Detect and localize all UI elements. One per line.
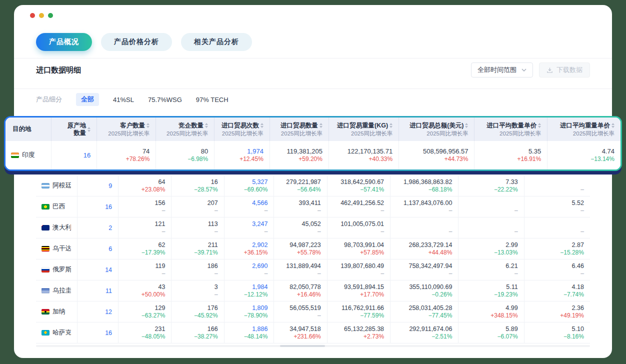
segment-option-757wsg[interactable]: 75.7%WSG bbox=[148, 96, 182, 104]
column-title: 进口贸易数量 bbox=[280, 122, 318, 130]
trade-count-link[interactable]: 4,566 bbox=[252, 199, 268, 207]
growth-value: – bbox=[580, 228, 584, 236]
table-row[interactable]: 阿根廷964+23.08%16−28.57%5,327−69.60%279,22… bbox=[36, 176, 590, 196]
growth-value: −38.27% bbox=[194, 333, 218, 340]
column-header-trade_weight[interactable]: 进口贸易重量(KG)2025同比增长率 bbox=[329, 118, 399, 141]
sort-asc-arrow bbox=[260, 123, 264, 125]
product-segment-filter: 产品细分 全部 41%SL 75.7%WSG 97% TECH bbox=[36, 89, 590, 110]
destination-cell: 俄罗斯 bbox=[36, 260, 78, 280]
metric-value: 166 bbox=[208, 325, 218, 333]
column-header-trade_quantity[interactable]: 进口贸易数量2025同比增长率 bbox=[270, 118, 329, 141]
column-title: 进口平均重量单价 bbox=[560, 122, 610, 130]
metric-value: 131,889,494 bbox=[286, 262, 321, 270]
table-row[interactable]: 哈萨克斯坦16231−48.05%166−38.27%1,886−48.14%3… bbox=[36, 322, 590, 344]
avg_weight_price-cell: – bbox=[524, 176, 590, 196]
origin-count-link[interactable]: 16 bbox=[84, 152, 90, 160]
metric-value: 122,170,135.71 bbox=[348, 148, 392, 156]
column-title-line: 进口贸易次数 bbox=[222, 122, 264, 130]
metric-value: 119 bbox=[156, 262, 166, 270]
origin-count-link[interactable]: 16 bbox=[105, 329, 112, 337]
growth-value: +17.70% bbox=[360, 291, 384, 298]
avg_weight_price-cell: 2.36+49.19% bbox=[524, 302, 590, 322]
sort-asc-arrow bbox=[88, 127, 90, 129]
customer_count-cell: 74+78.26% bbox=[97, 141, 156, 170]
segment-option-97tech[interactable]: 97% TECH bbox=[196, 96, 228, 104]
growth-value: – bbox=[514, 270, 518, 278]
country-name: 俄罗斯 bbox=[52, 266, 71, 274]
sort-desc-arrow bbox=[205, 126, 208, 128]
metric-value: 94,987,223 bbox=[290, 241, 321, 249]
growth-value: −45.92% bbox=[194, 312, 218, 320]
trade_quantity-cell: 131,889,494– bbox=[274, 260, 327, 280]
metric-value: 16 bbox=[211, 178, 218, 186]
column-header-avg_weight_price[interactable]: 进口平均重量单价2025同比增长率 bbox=[548, 118, 620, 141]
window-controls bbox=[30, 13, 53, 18]
country-flag-kazakhstan bbox=[42, 330, 50, 336]
trade-count-link[interactable]: 5,327 bbox=[252, 178, 268, 186]
country-name: 哈萨克斯坦 bbox=[52, 328, 71, 337]
trade-count-link[interactable]: 3,247 bbox=[252, 220, 268, 228]
growth-value: −56.64% bbox=[297, 186, 321, 194]
growth-value: +50.00% bbox=[142, 291, 166, 298]
origin-count-link[interactable]: 16 bbox=[105, 203, 112, 211]
tab-product-overview[interactable]: 产品概况 bbox=[36, 33, 92, 51]
table-row[interactable]: 乌干达662−17.39%211−39.71%2,902+36.15%94,98… bbox=[36, 238, 590, 260]
table-row[interactable]: 澳大利亚2121–113–3,247–45,052–101,005,075.01… bbox=[36, 218, 590, 238]
segment-option-41sl[interactable]: 41%SL bbox=[113, 96, 134, 104]
trade-count-link[interactable]: 1,984 bbox=[252, 283, 268, 291]
sort-asc-arrow bbox=[538, 123, 541, 125]
table-row[interactable]: 乌拉圭1143+50.00%3–1,984−12.12%82,050,778+1… bbox=[36, 280, 590, 302]
metric-value: 5.10 bbox=[572, 325, 584, 333]
zoom-window-button[interactable] bbox=[48, 13, 53, 18]
column-sub-label: 2025同比增长率 bbox=[573, 130, 614, 137]
origin-count-link[interactable]: 11 bbox=[106, 287, 112, 295]
table-row-highlighted[interactable]: 印度1674+78.26%80−6.98%1,974+12.45%119,381… bbox=[6, 141, 620, 170]
origin-count-link[interactable]: 9 bbox=[108, 182, 112, 190]
avg_quantity_price-cell: 5.89−6.07% bbox=[458, 322, 524, 343]
column-header-origin_count[interactable]: 原产地数量 bbox=[52, 118, 97, 141]
growth-value: −13.14% bbox=[590, 156, 614, 163]
column-header-trade_count[interactable]: 进口贸易次数2025同比增长率 bbox=[214, 118, 270, 141]
growth-value: −63.27% bbox=[142, 312, 166, 320]
origin-count-link[interactable]: 6 bbox=[108, 245, 112, 253]
trade-count-link[interactable]: 1,974 bbox=[247, 148, 264, 156]
column-header-customer_count[interactable]: 客户数量2025同比增长率 bbox=[97, 118, 156, 141]
column-sub-label: 2025同比增长率 bbox=[281, 130, 322, 137]
metric-value: 45,052 bbox=[302, 220, 321, 228]
segment-option-all[interactable]: 全部 bbox=[76, 93, 99, 106]
competitor_count-cell: 166−38.27% bbox=[172, 322, 224, 343]
tab-related-product-analysis[interactable]: 相关产品分析 bbox=[181, 33, 252, 51]
table-row[interactable]: 俄罗斯14119–186–2,690–131,889,494–139,807,6… bbox=[36, 260, 590, 280]
trade-count-link[interactable]: 1,809 bbox=[252, 304, 268, 312]
trade-count-link[interactable]: 2,690 bbox=[252, 262, 268, 270]
column-sub-label: 2025同比增长率 bbox=[351, 130, 392, 137]
trade_amount-cell: 1,986,368,863.82−68.18% bbox=[390, 176, 458, 196]
origin-count-link[interactable]: 2 bbox=[108, 224, 112, 232]
download-button[interactable]: 下载数据 bbox=[539, 62, 590, 78]
avg_quantity_price-cell: 5.35+16.91% bbox=[474, 141, 548, 170]
growth-value: – bbox=[318, 207, 321, 214]
column-sub-label: 2025同比增长率 bbox=[222, 130, 264, 137]
growth-value: +40.33% bbox=[368, 156, 392, 163]
minimize-window-button[interactable] bbox=[39, 13, 44, 18]
trade_weight-cell: 122,170,135.71+40.33% bbox=[329, 141, 399, 170]
column-header-trade_amount[interactable]: 进口贸易总额(美元)2025同比增长率 bbox=[399, 118, 474, 141]
table-row[interactable]: 加纳12129−63.27%176−45.92%1,809−78.90%56,0… bbox=[36, 302, 590, 322]
trade_quantity-cell: 94,987,223+55.78% bbox=[274, 238, 327, 259]
tab-product-price-analysis[interactable]: 产品价格分析 bbox=[101, 33, 172, 51]
time-range-select[interactable]: 全部时间范围 bbox=[471, 62, 533, 78]
metric-value: 318,642,590.67 bbox=[340, 178, 384, 186]
close-window-button[interactable] bbox=[30, 13, 35, 18]
column-header-avg_quantity_price[interactable]: 进口平均数量单价2025同比增长率 bbox=[474, 118, 548, 141]
horizontal-scrollbar[interactable] bbox=[36, 345, 590, 347]
column-header-competitor_count[interactable]: 竞企数量2025同比增长率 bbox=[156, 118, 214, 141]
country-flag-brazil bbox=[42, 204, 50, 210]
trade-count-link[interactable]: 1,886 bbox=[252, 325, 268, 333]
origin-count-link[interactable]: 12 bbox=[105, 308, 112, 316]
trade-count-link[interactable]: 2,902 bbox=[252, 241, 268, 249]
origin-count-link[interactable]: 14 bbox=[105, 266, 112, 274]
growth-value: – bbox=[264, 270, 268, 278]
table-row[interactable]: 巴西16156–207–4,566–393,411–462,491,256.52… bbox=[36, 196, 590, 218]
customer_count-cell: 62−17.39% bbox=[118, 238, 172, 259]
scrollbar-thumb[interactable] bbox=[280, 345, 325, 347]
